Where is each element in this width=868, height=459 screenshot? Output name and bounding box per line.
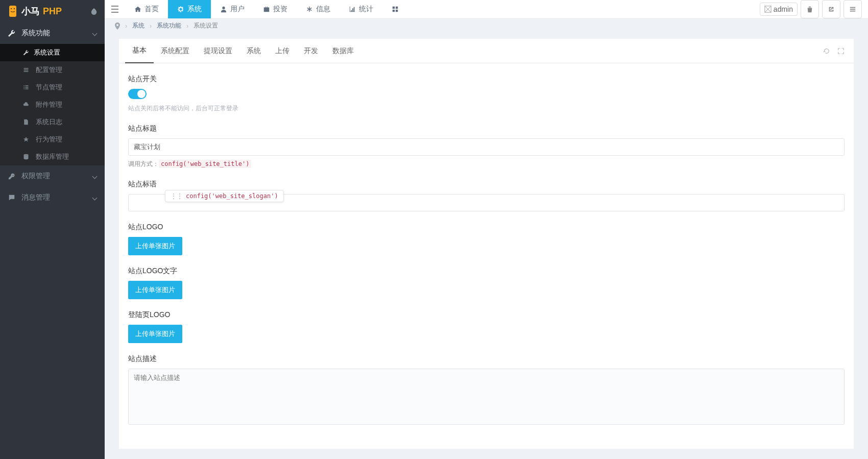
tab-sysconfig[interactable]: 系统配置 — [154, 39, 197, 63]
grid-icon — [392, 6, 399, 13]
user-icon — [220, 6, 227, 13]
topnav-label: 用户 — [230, 5, 245, 14]
tab-basic[interactable]: 基本 — [125, 39, 154, 63]
floating-code-hint: ⋮⋮ config('web_site_slogan') — [165, 190, 284, 202]
site-switch-toggle[interactable] — [128, 89, 147, 99]
tabs: 基本 系统配置 提现设置 系统 上传 开发 数据库 — [119, 39, 854, 63]
logo-text-xm: 小马 — [21, 5, 40, 17]
comment-icon — [7, 194, 16, 201]
fullscreen-icon[interactable] — [837, 47, 845, 55]
topnav-label: 投资 — [273, 5, 287, 14]
asterisk-icon — [306, 6, 313, 13]
float-code-text: config('web_site_slogan') — [186, 192, 278, 200]
topnav-system[interactable]: 系统 — [168, 0, 211, 18]
sidebar-item-logs[interactable]: 系统日志 — [0, 113, 105, 131]
trash-button[interactable] — [801, 0, 819, 18]
label-login-logo: 登陆页LOGO — [128, 310, 845, 320]
sidebar-item-label: 系统日志 — [36, 117, 62, 127]
svg-rect-0 — [9, 6, 16, 17]
btn-upload-site-logo-text[interactable]: 上传单张图片 — [128, 281, 182, 299]
pin-icon — [115, 22, 120, 30]
sidebar-section-messages[interactable]: 消息管理 — [0, 187, 105, 208]
btn-upload-site-logo[interactable]: 上传单张图片 — [128, 237, 182, 255]
sidebar-item-label: 附件管理 — [36, 100, 62, 109]
tab-system[interactable]: 系统 — [239, 39, 268, 63]
sidebar-item-nodes[interactable]: 节点管理 — [0, 79, 105, 96]
list-icon — [21, 84, 31, 90]
logo-text-php: PHP — [43, 6, 62, 17]
sidebar-item-config[interactable]: 配置管理 — [0, 61, 105, 79]
refresh-icon[interactable] — [823, 47, 830, 55]
sidebar-item-label: 数据库管理 — [36, 152, 69, 161]
cloud-icon — [21, 102, 31, 108]
topnav-home[interactable]: 首页 — [125, 0, 168, 18]
topnav-invest[interactable]: 投资 — [254, 0, 297, 18]
admin-dropdown[interactable]: admin — [760, 3, 798, 16]
gear-icon — [177, 6, 184, 13]
input-site-title[interactable] — [128, 138, 845, 156]
external-link-button[interactable] — [822, 0, 840, 18]
sidebar-item-label: 行为管理 — [36, 135, 62, 144]
textarea-site-desc[interactable] — [128, 369, 845, 425]
settings-panel: 基本 系统配置 提现设置 系统 上传 开发 数据库 站点开关 站点关闭后将不能访… — [119, 39, 854, 449]
sliders-icon — [21, 67, 31, 73]
image-broken-icon — [764, 6, 771, 13]
label-site-desc: 站点描述 — [128, 354, 845, 364]
topnav-label: 信息 — [316, 5, 330, 14]
svg-point-3 — [24, 154, 29, 156]
tab-db[interactable]: 数据库 — [325, 39, 361, 63]
sidebar-nav: 系统功能 系统设置 配置管理 节点管理 — [0, 22, 105, 459]
tab-withdraw[interactable]: 提现设置 — [197, 39, 239, 63]
svg-point-2 — [14, 8, 15, 9]
topbar: 首页 系统 用户 投资 信息 — [105, 0, 868, 19]
tab-dev[interactable]: 开发 — [297, 39, 325, 63]
sidebar-item-label: 系统设置 — [34, 48, 60, 57]
btn-upload-login-logo[interactable]: 上传单张图片 — [128, 325, 182, 343]
call-code: config('web_site_title') — [159, 160, 251, 168]
home-icon — [134, 6, 141, 13]
main: 首页 系统 用户 投资 信息 — [105, 0, 868, 459]
sidebar-section-system[interactable]: 系统功能 — [0, 22, 105, 44]
topnav-stats[interactable]: 统计 — [340, 0, 382, 18]
sidebar-item-attachments[interactable]: 附件管理 — [0, 96, 105, 113]
admin-label: admin — [774, 5, 793, 13]
sidebar-section-label: 权限管理 — [21, 172, 50, 181]
sidebar-section-label: 系统功能 — [21, 29, 50, 38]
sidebar-section-label: 消息管理 — [21, 193, 50, 202]
topnav-user[interactable]: 用户 — [211, 0, 254, 18]
call-prefix: 调用方式： — [128, 160, 159, 167]
topnav-label: 系统 — [187, 5, 202, 14]
sidebar-item-database[interactable]: 数据库管理 — [0, 148, 105, 165]
logo-icon — [7, 5, 18, 18]
star-icon — [21, 136, 31, 142]
sidebar-item-system-settings[interactable]: 系统设置 — [0, 44, 105, 61]
key-icon — [7, 173, 16, 180]
sidebar-item-label: 配置管理 — [36, 65, 62, 75]
sidebar-item-actions[interactable]: 行为管理 — [0, 131, 105, 148]
topnav: 首页 系统 用户 投资 信息 — [125, 0, 408, 18]
svg-point-1 — [11, 8, 12, 9]
label-site-switch: 站点开关 — [128, 75, 845, 84]
file-icon — [21, 119, 31, 125]
help-site-switch: 站点关闭后将不能访问，后台可正常登录 — [128, 104, 845, 113]
topbar-right: admin — [760, 0, 868, 18]
form-body: 站点开关 站点关闭后将不能访问，后台可正常登录 站点标题 调用方式：config… — [119, 63, 854, 449]
breadcrumb-system[interactable]: 系统 — [132, 21, 144, 30]
wrench-icon — [7, 29, 16, 37]
sidebar: 小马PHP 系统功能 系统设置 — [0, 0, 105, 459]
tab-upload[interactable]: 上传 — [268, 39, 297, 63]
wrench-small-icon — [21, 50, 31, 56]
sidebar-item-label: 节点管理 — [36, 83, 62, 92]
topnav-label: 首页 — [144, 5, 159, 14]
breadcrumb: › 系统 › 系统功能 › 系统设置 — [105, 19, 868, 33]
sidebar-section-permissions[interactable]: 权限管理 — [0, 165, 105, 187]
theme-icon[interactable] — [90, 8, 98, 15]
code-dots-icon: ⋮⋮ — [171, 192, 183, 200]
topnav-info[interactable]: 信息 — [297, 0, 340, 18]
database-icon — [21, 154, 31, 160]
list-button[interactable] — [843, 0, 862, 18]
label-site-logo: 站点LOGO — [128, 223, 845, 232]
topnav-apps[interactable] — [382, 0, 408, 18]
sidebar-toggle[interactable] — [105, 6, 125, 13]
breadcrumb-system-func[interactable]: 系统功能 — [157, 21, 181, 30]
